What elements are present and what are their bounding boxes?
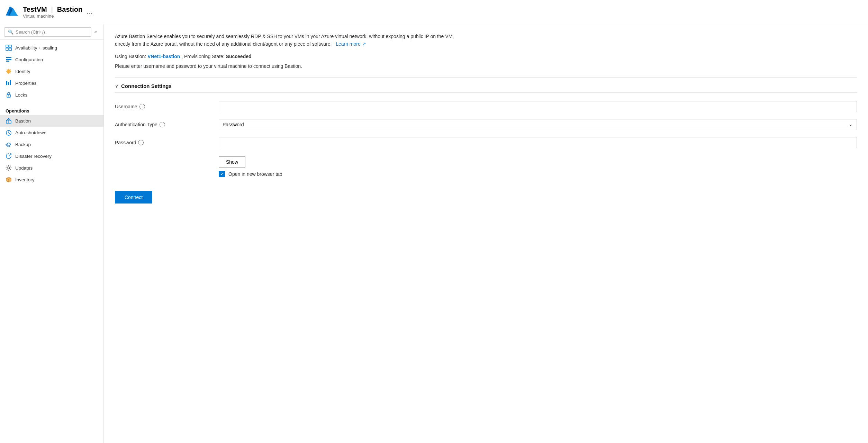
search-input[interactable] [16, 29, 88, 35]
show-row: Show ✓ Open in new browser tab [115, 155, 857, 177]
sidebar-item-label: Identity [15, 69, 30, 74]
sidebar-item-updates[interactable]: Updates [0, 162, 103, 174]
sidebar-item-inventory[interactable]: Inventory [0, 174, 103, 186]
provisioning-state: Succeeded [226, 54, 252, 59]
svg-rect-6 [6, 61, 9, 62]
disaster-recovery-icon [6, 153, 12, 159]
search-box[interactable]: 🔍 [4, 27, 91, 37]
bastion-info: Using Bastion: VNet1-bastion , Provision… [115, 54, 857, 59]
header-section: Bastion [57, 6, 82, 13]
password-row: Password i [115, 137, 857, 148]
auth-type-control: Password SSH Private Key [219, 119, 857, 130]
search-icon: 🔍 [8, 29, 13, 35]
auth-type-row: Authentication Type i Password SSH Priva… [115, 119, 857, 130]
external-link-icon: ↗ [362, 41, 366, 47]
svg-rect-2 [6, 48, 8, 51]
sidebar-item-label: Bastion [15, 118, 31, 124]
ellipsis-button[interactable]: ... [87, 8, 92, 16]
description-text: Azure Bastion Service enables you to sec… [115, 33, 461, 48]
clock-icon [6, 129, 12, 136]
sidebar-item-label: Auto-shutdown [15, 130, 46, 135]
auth-type-info-icon[interactable]: i [160, 122, 165, 127]
azure-logo [6, 6, 18, 18]
sidebar-item-label: Disaster recovery [15, 154, 52, 159]
svg-rect-4 [6, 57, 11, 58]
sidebar-item-label: Locks [15, 92, 27, 98]
backup-icon [6, 141, 12, 147]
bastion-name-link[interactable]: VNet1-bastion [147, 54, 180, 59]
sidebar-item-locks[interactable]: Locks [0, 89, 103, 101]
connect-button[interactable]: Connect [115, 191, 152, 204]
svg-line-19 [9, 154, 11, 156]
svg-rect-1 [9, 45, 11, 47]
auth-type-select[interactable]: Password SSH Private Key [219, 119, 857, 130]
main-content: Azure Bastion Service enables you to sec… [104, 24, 868, 443]
svg-rect-7 [6, 81, 7, 85]
sidebar-item-disaster-recovery[interactable]: Disaster recovery [0, 150, 103, 162]
sidebar-item-label: Inventory [15, 177, 35, 182]
sidebar-section-operations: Operations Bastion [0, 103, 103, 188]
open-new-tab-row: ✓ Open in new browser tab [219, 171, 282, 177]
collapse-sidebar-button[interactable]: « [91, 27, 100, 37]
connection-settings-label: Connection Settings [121, 83, 172, 89]
sidebar-section-general: Availability + scaling Configuration [0, 40, 103, 103]
username-row: Username i [115, 101, 857, 112]
vm-name: TestVM [23, 6, 47, 13]
properties-icon [6, 80, 12, 86]
username-label: Username i [115, 104, 219, 109]
identity-icon [6, 68, 12, 74]
username-control [219, 101, 857, 112]
show-password-button[interactable]: Show [219, 156, 245, 168]
svg-rect-3 [9, 48, 11, 51]
sidebar-item-bastion[interactable]: Bastion [0, 115, 103, 127]
sidebar-item-auto-shutdown[interactable]: Auto-shutdown [0, 127, 103, 138]
username-info-icon[interactable]: i [139, 104, 145, 109]
svg-rect-8 [8, 82, 9, 85]
sidebar-item-properties[interactable]: Properties [0, 77, 103, 89]
sidebar-item-label: Updates [15, 165, 33, 171]
header: TestVM | Bastion Virtual machine ... [0, 0, 868, 24]
gear-icon [6, 165, 12, 171]
grid-icon [6, 45, 12, 51]
password-input[interactable] [219, 137, 857, 148]
open-new-tab-label: Open in new browser tab [228, 171, 282, 177]
lock-icon [6, 92, 12, 98]
username-input[interactable] [219, 101, 857, 112]
sidebar-item-label: Configuration [15, 57, 43, 62]
auth-type-label: Authentication Type i [115, 122, 219, 127]
divider [115, 77, 857, 78]
sidebar-item-availability-scaling[interactable]: Availability + scaling [0, 42, 103, 54]
header-title: TestVM | Bastion Virtual machine [23, 6, 82, 19]
sidebar: 🔍 « Availability + s [0, 24, 104, 443]
sidebar-item-backup[interactable]: Backup [0, 138, 103, 150]
sidebar-item-label: Properties [15, 81, 37, 86]
password-info-icon[interactable]: i [138, 140, 144, 145]
connection-settings-header: ∨ Connection Settings [115, 83, 857, 93]
open-new-tab-checkbox[interactable]: ✓ [219, 171, 225, 177]
sidebar-item-label: Backup [15, 142, 31, 147]
checkmark-icon: ✓ [220, 172, 224, 177]
inventory-icon [6, 177, 12, 183]
enter-creds-text: Please enter username and password to yo… [115, 63, 857, 69]
svg-point-20 [8, 167, 10, 169]
configuration-icon [6, 56, 12, 63]
password-label: Password i [115, 140, 219, 145]
svg-line-16 [9, 133, 10, 134]
password-control [219, 137, 857, 148]
bastion-icon [6, 118, 12, 124]
header-separator: | [51, 6, 53, 13]
learn-more-link[interactable]: Learn more ↗ [336, 41, 366, 47]
sidebar-item-configuration[interactable]: Configuration [0, 54, 103, 65]
svg-point-11 [8, 96, 9, 97]
operations-section-header: Operations [0, 105, 103, 115]
svg-rect-9 [10, 80, 11, 85]
svg-rect-18 [8, 145, 10, 147]
main-layout: 🔍 « Availability + s [0, 24, 868, 443]
auth-type-select-wrapper: Password SSH Private Key [219, 119, 857, 130]
chevron-down-icon: ∨ [115, 83, 118, 89]
header-subtitle: Virtual machine [23, 13, 82, 19]
sidebar-item-identity[interactable]: Identity [0, 65, 103, 77]
svg-rect-5 [6, 59, 11, 60]
svg-rect-0 [6, 45, 8, 47]
sidebar-item-label: Availability + scaling [15, 45, 57, 51]
